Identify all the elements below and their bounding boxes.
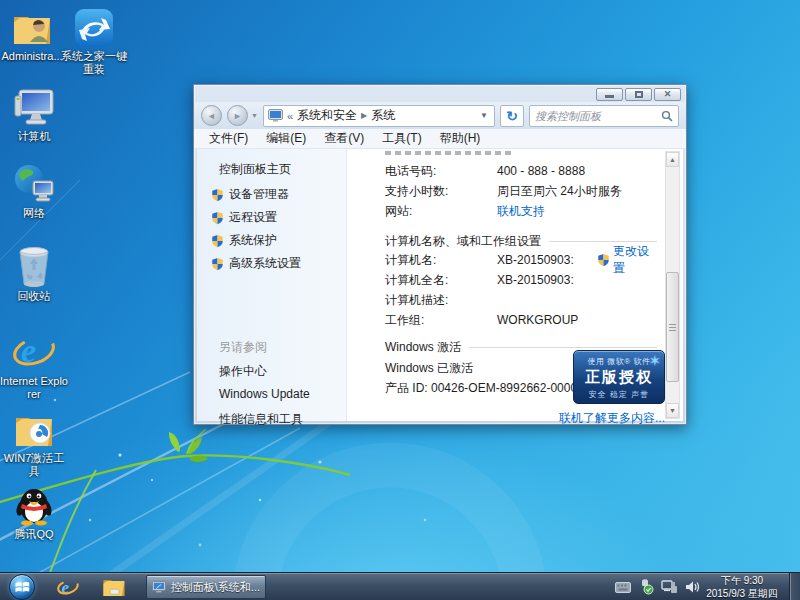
address-dropdown-icon[interactable]: ▼ — [478, 111, 490, 120]
menu-file[interactable]: 文件(F) — [200, 128, 257, 149]
change-settings-link[interactable]: 更改设置 — [613, 243, 657, 277]
safely-remove-hardware-icon[interactable] — [638, 579, 654, 595]
taskbar-app-label: 控制面板\系统和... — [171, 580, 260, 595]
sidebar-item-performance-tools[interactable]: 性能信息和工具 — [219, 411, 303, 428]
desktop-icon-label: 网络 — [0, 207, 68, 220]
sidebar-item-windows-update[interactable]: Windows Update — [219, 387, 310, 401]
show-desktop-button[interactable] — [789, 573, 800, 600]
recycle-bin-icon — [0, 246, 68, 288]
search-box[interactable] — [529, 105, 679, 127]
sidebar-item-action-center[interactable]: 操作中心 — [219, 363, 267, 380]
taskbar-explorer-icon[interactable] — [102, 576, 126, 598]
close-icon: ✕ — [664, 90, 672, 99]
sidebar-item-home[interactable]: 控制面板主页 — [219, 161, 291, 178]
badge-line3: 安全 稳定 声誉 — [574, 389, 664, 400]
history-dropdown-icon[interactable]: ▼ — [251, 112, 258, 119]
breadcrumb-system[interactable]: 系统 — [371, 107, 395, 124]
user-folder-icon — [0, 6, 66, 48]
window-titlebar[interactable]: ✕ — [194, 85, 686, 102]
window-body: 控制面板主页 设备管理器 远程设置 — [197, 149, 683, 421]
desktop-icon-label: 系统之家一键重装 — [60, 50, 128, 76]
network-status-icon[interactable] — [661, 580, 678, 594]
forward-icon: ► — [233, 111, 242, 121]
close-button[interactable]: ✕ — [654, 88, 681, 101]
desktop-icon-syshome-reinstall[interactable]: 系统之家一键重装 — [60, 6, 128, 76]
scroll-up-icon: ▲ — [669, 156, 676, 163]
search-icon[interactable] — [661, 110, 673, 122]
language-keyboard-icon[interactable] — [615, 582, 631, 593]
see-also-header: 另请参阅 — [219, 339, 267, 356]
search-input[interactable] — [535, 110, 661, 122]
sidebar-item-label: 设备管理器 — [229, 186, 289, 203]
product-id: 产品 ID: 00426-OEM-8992662-00006 — [385, 380, 584, 397]
clock-time: 下午 9:30 — [700, 574, 784, 587]
computer-row-workgroup: 工作组: WORKGROUP — [385, 310, 657, 330]
uac-shield-icon — [597, 253, 610, 267]
menu-view[interactable]: 查看(V) — [315, 128, 373, 149]
row-value: XB-20150903: — [497, 273, 574, 287]
sidebar-item-label: 系统保护 — [229, 232, 277, 249]
computer-row-name: 计算机名: XB-20150903: 更改设置 — [385, 250, 657, 270]
learn-more-online-link[interactable]: 联机了解更多内容... — [559, 410, 665, 427]
sidebar-item-advanced-settings[interactable]: 高级系统设置 — [211, 255, 301, 272]
qq-penguin-icon — [0, 484, 68, 526]
control-panel-system-window: ✕ ◄ ► ▼ « 系统和安全 ▶ 系统 ▼ ↻ — [193, 84, 687, 425]
uac-shield-icon — [211, 257, 224, 271]
sidebar-item-system-protection[interactable]: 系统保护 — [211, 232, 277, 249]
desktop-icon-administrator[interactable]: Administra... — [0, 6, 66, 63]
desktop-icon-win7-activator[interactable]: WIN7激活工具 — [0, 408, 68, 478]
support-row-website: 网站: 联机支持 — [385, 201, 657, 221]
menu-help[interactable]: 帮助(H) — [431, 128, 490, 149]
menu-tools[interactable]: 工具(T) — [373, 128, 430, 149]
sidebar-item-device-manager[interactable]: 设备管理器 — [211, 186, 289, 203]
back-button[interactable]: ◄ — [201, 105, 222, 126]
sidebar-item-remote-settings[interactable]: 远程设置 — [211, 209, 277, 226]
desktop: Administra... 系统之家一键重装 — [0, 0, 800, 600]
volume-icon[interactable] — [685, 580, 700, 594]
crumb-separator-icon[interactable]: ▶ — [361, 111, 367, 120]
start-button[interactable] — [9, 574, 35, 600]
clock-date: 2015/9/3 星期四 — [700, 587, 784, 600]
row-value: XB-20150903: — [497, 253, 589, 267]
menu-edit[interactable]: 编辑(E) — [257, 128, 315, 149]
support-row-phone: 电话号码: 400 - 888 - 8888 — [385, 161, 657, 181]
desktop-icon-recycle-bin[interactable]: 回收站 — [0, 246, 68, 303]
computer-icon — [0, 86, 68, 128]
address-bar[interactable]: « 系统和安全 ▶ 系统 ▼ — [263, 105, 495, 127]
breadcrumb-overflow-icon[interactable]: « — [287, 110, 293, 122]
scrollbar-thumb[interactable] — [666, 272, 679, 382]
desktop-icon-tencent-qq[interactable]: 腾讯QQ — [0, 484, 68, 541]
taskbar-clock[interactable]: 下午 9:30 2015/9/3 星期四 — [700, 574, 784, 600]
folder-tool-icon — [0, 408, 68, 450]
taskbar-ie-icon[interactable]: e — [56, 576, 80, 598]
taskbar-app-button-control-panel[interactable]: 控制面板\系统和... — [146, 575, 266, 599]
forward-button[interactable]: ► — [227, 105, 248, 126]
desktop-icon-label: Internet Explorer — [0, 375, 68, 401]
maximize-icon — [635, 91, 643, 98]
clipped-scrolled-row — [385, 151, 513, 155]
genuine-software-badge[interactable]: ✶ 使用 微软® 软件 正版授权 安全 稳定 声誉 — [573, 350, 665, 404]
internet-explorer-icon: e — [0, 331, 68, 373]
maximize-button[interactable] — [625, 88, 652, 101]
uac-shield-icon — [211, 234, 224, 248]
refresh-button[interactable]: ↻ — [500, 105, 524, 127]
row-value: 周日至周六 24小时服务 — [497, 183, 622, 200]
desktop-icon-label: 腾讯QQ — [0, 528, 68, 541]
online-support-link[interactable]: 联机支持 — [497, 203, 545, 220]
network-globe-icon — [0, 163, 68, 205]
desktop-icon-network[interactable]: 网络 — [0, 163, 68, 220]
scroll-down-button[interactable]: ▼ — [666, 403, 679, 418]
breadcrumb-system-security[interactable]: 系统和安全 — [297, 107, 357, 124]
vertical-scrollbar[interactable]: ▲ ▼ — [665, 151, 680, 419]
desktop-icon-internet-explorer[interactable]: e Internet Explorer — [0, 331, 68, 401]
scroll-up-button[interactable]: ▲ — [666, 152, 679, 167]
section-title: Windows 激活 — [385, 339, 461, 356]
desktop-icon-computer[interactable]: 计算机 — [0, 86, 68, 143]
refresh-icon: ↻ — [506, 108, 518, 124]
row-label: 支持小时数: — [385, 183, 497, 200]
menu-bar: 文件(F) 编辑(E) 查看(V) 工具(T) 帮助(H) — [194, 129, 686, 149]
swap-arrows-app-icon — [60, 6, 128, 48]
minimize-button[interactable] — [596, 88, 623, 101]
section-title: 计算机名称、域和工作组设置 — [385, 233, 541, 250]
row-label: 网站: — [385, 203, 497, 220]
